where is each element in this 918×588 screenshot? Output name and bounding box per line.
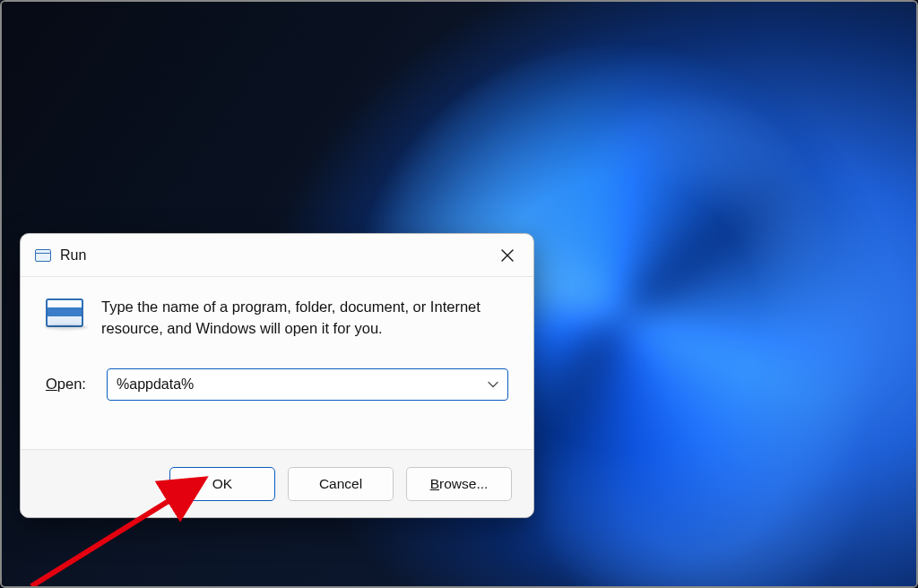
run-large-icon (46, 298, 83, 327)
run-dialog: Run Type the name of a program, folder, … (20, 233, 534, 518)
prompt-text: Type the name of a program, folder, docu… (101, 297, 508, 340)
run-app-icon (35, 249, 51, 262)
screenshot-frame: Run Type the name of a program, folder, … (0, 0, 918, 588)
open-input[interactable] (108, 369, 507, 400)
dialog-title: Run (60, 247, 487, 264)
open-label: Open: (46, 376, 92, 393)
titlebar: Run (21, 234, 533, 277)
ok-button[interactable]: OK (169, 467, 275, 501)
close-button[interactable] (487, 235, 528, 276)
close-icon (501, 249, 514, 262)
browse-button-label: Browse... (430, 476, 489, 492)
dialog-body: Type the name of a program, folder, docu… (21, 277, 533, 401)
browse-button[interactable]: Browse... (406, 467, 512, 501)
cancel-button-label: Cancel (319, 476, 362, 492)
button-bar: OK Cancel Browse... (21, 449, 533, 517)
open-combobox[interactable] (107, 368, 508, 401)
ok-button-label: OK (212, 476, 232, 492)
cancel-button[interactable]: Cancel (288, 467, 394, 501)
